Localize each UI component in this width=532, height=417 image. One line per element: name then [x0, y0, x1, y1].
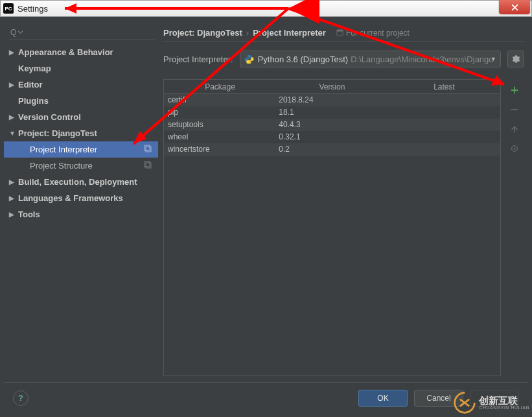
interpreter-row: Project Interpreter: Python 3.6 (DjangoT…	[163, 51, 524, 67]
sidebar-item-languages-frameworks[interactable]: ▶Languages & Frameworks	[4, 190, 158, 206]
cell-package: wheel	[164, 131, 275, 143]
sidebar-item-label: Appearance & Behavior	[18, 47, 113, 57]
sidebar-item-keymap[interactable]: Keymap	[4, 60, 158, 77]
titlebar: PC Settings	[0, 0, 532, 17]
breadcrumb: Project: DjangoTest › Project Interprete…	[163, 25, 524, 42]
main-panel: Project: DjangoTest › Project Interprete…	[163, 25, 524, 378]
cell-latest	[389, 131, 500, 143]
cell-version: 0.32.1	[275, 131, 389, 143]
sidebar-item-label: Build, Execution, Deployment	[18, 177, 137, 187]
interpreter-path: D:\Language\Miniconda3\envs\Django	[351, 54, 493, 64]
add-package-button[interactable]	[507, 83, 522, 97]
window-title: Settings	[17, 4, 48, 14]
sidebar-item-tools[interactable]: ▶Tools	[4, 206, 158, 222]
col-latest[interactable]: Latest	[388, 80, 500, 93]
interpreter-dropdown[interactable]: Python 3.6 (DjangoTest) D:\Language\Mini…	[240, 51, 501, 67]
interpreter-settings-button[interactable]	[507, 51, 524, 67]
cell-version: 40.4.3	[275, 119, 389, 131]
table-body: certifi2018.8.24pip18.1setuptools40.4.3w…	[164, 94, 500, 156]
tree-arrow-icon: ▼	[9, 130, 17, 137]
python-icon	[244, 54, 254, 64]
dialog-button-bar: ? OK Cancel Apply	[4, 382, 528, 413]
package-toolbar	[505, 79, 524, 156]
cell-package: wincertstore	[164, 143, 275, 156]
copy-icon	[144, 145, 152, 154]
chevron-down-icon: ▼	[491, 56, 496, 62]
svg-rect-1	[146, 147, 151, 152]
sidebar-item-editor[interactable]: ▶Editor	[4, 77, 158, 93]
sidebar-item-build-execution-deployment[interactable]: ▶Build, Execution, Deployment	[4, 174, 158, 190]
search-icon: Q	[10, 28, 23, 37]
sidebar-item-plugins[interactable]: Plugins	[4, 93, 158, 109]
interpreter-name: Python 3.6 (DjangoTest)	[258, 54, 348, 64]
svg-rect-5	[337, 30, 343, 32]
svg-rect-3	[146, 163, 151, 168]
cell-latest	[389, 94, 500, 106]
cell-version: 0.2	[275, 143, 389, 156]
table-header: Package Version Latest	[164, 80, 500, 94]
breadcrumb-leaf: Project Interpreter	[253, 28, 326, 38]
sidebar-item-label: Tools	[18, 209, 40, 219]
window-close-button[interactable]	[499, 0, 530, 14]
table-row[interactable]: setuptools40.4.3	[164, 119, 500, 131]
svg-rect-0	[145, 145, 150, 150]
sidebar-item-version-control[interactable]: ▶Version Control	[4, 109, 158, 125]
tree-arrow-icon: ▶	[9, 211, 17, 218]
scope-tag-label: For current project	[346, 29, 410, 38]
cell-version: 2018.8.24	[275, 94, 389, 106]
app-icon: PC	[3, 3, 14, 14]
tree-arrow-icon: ▶	[9, 113, 17, 121]
cell-package: pip	[164, 106, 275, 119]
cell-package: setuptools	[164, 119, 275, 131]
ok-button[interactable]: OK	[358, 390, 408, 407]
svg-point-7	[513, 147, 515, 149]
tree-arrow-icon: ▶	[9, 81, 17, 88]
table-row[interactable]: certifi2018.8.24	[164, 94, 500, 106]
sidebar-item-label: Project Interpreter	[30, 145, 97, 154]
cell-version: 18.1	[275, 106, 389, 119]
remove-package-button[interactable]	[507, 102, 522, 117]
sidebar-item-label: Version Control	[18, 112, 81, 122]
sidebar-item-label: Project Structure	[30, 161, 93, 171]
settings-search[interactable]: Q	[9, 25, 156, 40]
sidebar-item-project-interpreter[interactable]: Project Interpreter	[4, 141, 158, 158]
table-row[interactable]: wincertstore0.2	[164, 143, 500, 156]
packages-table: Package Version Latest certifi2018.8.24p…	[163, 79, 501, 375]
show-early-releases-button[interactable]	[507, 141, 522, 156]
sidebar-item-label: Editor	[18, 80, 43, 89]
cell-latest	[389, 119, 500, 131]
col-package[interactable]: Package	[164, 80, 276, 93]
copy-icon	[144, 161, 152, 171]
watermark: 创新互联 CHUANGXIN HULIAN	[453, 391, 529, 414]
breadcrumb-separator: ›	[246, 28, 249, 38]
tree-arrow-icon: ▶	[9, 178, 17, 185]
sidebar-item-label: Plugins	[18, 96, 49, 106]
cell-package: certifi	[164, 94, 275, 106]
sidebar-item-project-structure[interactable]: Project Structure	[4, 158, 158, 174]
sidebar-item-label: Project: DjangoTest	[18, 128, 97, 138]
sidebar-item-label: Keymap	[18, 64, 51, 73]
sidebar-item-appearance-behavior[interactable]: ▶Appearance & Behavior	[4, 44, 158, 60]
svg-rect-2	[145, 161, 150, 167]
cell-latest	[389, 106, 500, 119]
sidebar-item-label: Languages & Frameworks	[18, 193, 123, 203]
watermark-text: 创新互联	[479, 396, 529, 405]
col-version[interactable]: Version	[276, 80, 388, 93]
upgrade-package-button[interactable]	[507, 122, 522, 136]
breadcrumb-root: Project: DjangoTest	[163, 28, 242, 38]
watermark-subtext: CHUANGXIN HULIAN	[479, 405, 529, 410]
cell-latest	[389, 143, 500, 156]
sidebar-item-project-djangotest[interactable]: ▼Project: DjangoTest	[4, 125, 158, 141]
interpreter-label: Project Interpreter:	[163, 54, 233, 64]
watermark-logo	[453, 391, 476, 414]
tree-arrow-icon: ▶	[9, 195, 17, 202]
scope-tag: For current project	[336, 29, 410, 38]
settings-tree: ▶Appearance & BehaviorKeymap▶EditorPlugi…	[4, 44, 158, 378]
help-button[interactable]: ?	[13, 390, 29, 406]
table-row[interactable]: pip18.1	[164, 106, 500, 119]
tree-arrow-icon: ▶	[9, 49, 17, 56]
table-row[interactable]: wheel0.32.1	[164, 131, 500, 143]
